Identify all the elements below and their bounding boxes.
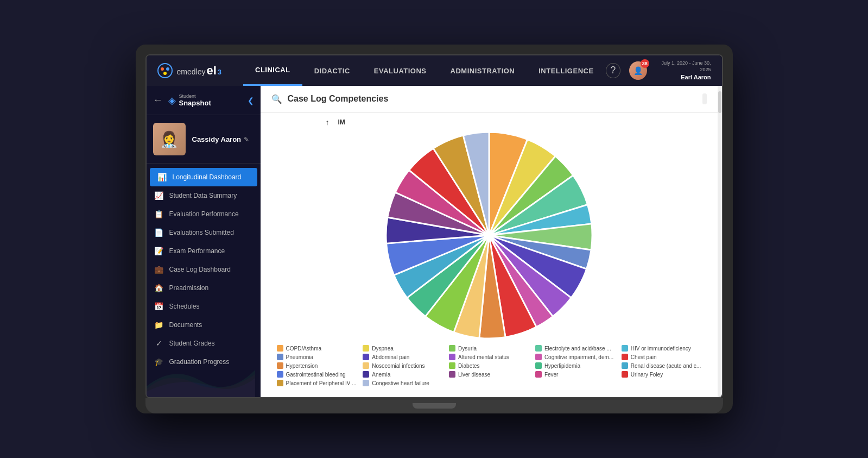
preadmission-icon: 🏠 — [154, 284, 164, 292]
legend-label: Dyspnea — [372, 346, 393, 352]
search-icon[interactable]: 🔍 — [271, 94, 282, 104]
legend-item: Nosocomial infections — [363, 362, 442, 369]
grades-icon: ✓ — [154, 339, 164, 348]
sidebar-item-documents[interactable]: 📁 Documents — [147, 316, 261, 334]
nav-administration[interactable]: ADMINISTRATION — [439, 55, 527, 86]
legend-color-box — [277, 380, 283, 386]
nav-links: CLINICAL DIDACTIC EVALUATIONS ADMINISTRA… — [243, 55, 606, 86]
legend-item: Renal disease (acute and c... — [622, 362, 701, 369]
legend-item: Electrolyte and acid/base ... — [535, 345, 615, 352]
legend-item: Pneumonia — [277, 354, 357, 360]
legend-color-box — [277, 354, 283, 360]
legend-color-box — [535, 354, 542, 360]
eval-perf-icon: 📋 — [154, 210, 164, 218]
nav-evaluations[interactable]: EVALUATIONS — [362, 55, 439, 86]
legend-label: Fever — [544, 372, 559, 378]
legend-label: Gastrointestinal bleeding — [286, 372, 346, 378]
legend-item: Chest pain — [622, 354, 701, 360]
svg-point-1 — [161, 67, 164, 71]
sidebar-collapse-button[interactable]: ❮ — [248, 96, 254, 105]
legend-label: Chest pain — [631, 354, 657, 360]
arrow-up-icon: ↑ — [326, 118, 330, 127]
snapshot-subtitle: Student — [179, 93, 211, 99]
legend-label: Hyperlipidemia — [544, 363, 580, 369]
sidebar-item-evals-submitted[interactable]: 📄 Evaluations Submitted — [147, 223, 261, 242]
legend-label: Abdominal pain — [372, 354, 409, 360]
legend-item: Fever — [535, 371, 615, 378]
legend-color-box — [535, 371, 542, 378]
legend-label: HIV or immunodeficiency — [631, 346, 691, 352]
legend-item: Diabetes — [449, 362, 529, 369]
pie-chart — [386, 132, 592, 338]
sidebar-item-grades[interactable]: ✓ Student Grades — [147, 334, 261, 353]
sidebar-item-label: Longitudinal Dashboard — [173, 173, 242, 181]
nav-intelligence[interactable]: INTELLIGENCE — [527, 55, 605, 86]
legend-color-box — [622, 354, 628, 360]
legend-label: Diabetes — [458, 363, 479, 369]
chart-label: IM — [338, 118, 345, 126]
legend-label: COPD/Asthma — [286, 346, 322, 352]
legend-color-box — [277, 345, 283, 352]
snapshot-icon: ◈ — [168, 95, 176, 106]
legend-color-box — [535, 345, 542, 352]
top-navigation: emedley eI3 CLINICAL DIDACTIC EVALUATION… — [147, 55, 722, 86]
sidebar-item-student-data[interactable]: 📈 Student Data Summary — [147, 186, 261, 205]
legend-item: Hyperlipidemia — [535, 362, 615, 369]
sidebar: ← ◈ Student Snapshot ❮ 👩‍⚕️ — [147, 86, 261, 397]
sidebar-item-preadmission[interactable]: 🏠 Preadmission — [147, 279, 261, 297]
svg-point-2 — [166, 67, 169, 71]
legend-label: Liver disease — [458, 372, 490, 378]
sidebar-item-case-log[interactable]: 💼 Case Log Dashboard — [147, 260, 261, 279]
legend-item: Cognitive impairment, dem... — [535, 354, 615, 360]
logo-icon — [157, 63, 173, 78]
legend-item: Gastrointestinal bleeding — [277, 371, 357, 378]
legend-label: Cognitive impairment, dem... — [544, 354, 613, 360]
user-full-name: Cassidy Aaron — [192, 135, 242, 143]
nav-didactic[interactable]: DIDACTIC — [302, 55, 362, 86]
help-button[interactable]: ? — [606, 63, 620, 78]
sidebar-header: ← ◈ Student Snapshot ❮ — [147, 86, 261, 115]
svg-point-0 — [158, 64, 172, 78]
legend-color-box — [449, 354, 455, 360]
legend-label: Altered mental status — [458, 354, 509, 360]
sidebar-item-label: Exam Performance — [169, 247, 225, 255]
nav-clinical[interactable]: CLINICAL — [243, 55, 302, 86]
back-button[interactable]: ← — [153, 95, 163, 106]
legend-color-box — [535, 362, 542, 369]
pie-svg — [386, 132, 592, 338]
sidebar-item-label: Student Grades — [169, 340, 215, 347]
legend-item: Liver disease — [449, 371, 529, 378]
main-content: 🔍 Case Log Competencies ↑ IM COPD/Asthma… — [261, 86, 718, 397]
right-scrollbar[interactable] — [718, 86, 722, 397]
edit-icon[interactable]: ✎ — [244, 136, 249, 143]
legend-color-box — [363, 380, 369, 386]
legend-color-box — [277, 362, 283, 369]
user-info: July 1, 2020 - June 30, 2025 Earl Aaron — [651, 60, 711, 82]
sidebar-item-label: Evaluations Submitted — [169, 229, 234, 236]
sidebar-item-graduation[interactable]: 🎓 Graduation Progress — [147, 353, 261, 371]
sidebar-item-schedules[interactable]: 📅 Schedules — [147, 297, 261, 316]
legend-color-box — [277, 371, 283, 378]
sidebar-item-label: Evaluation Performance — [169, 210, 239, 218]
sidebar-item-longitudinal[interactable]: 📊 Longitudinal Dashboard — [150, 168, 257, 186]
exam-perf-icon: 📝 — [154, 247, 164, 255]
legend-label: Anemia — [372, 372, 390, 378]
sidebar-item-eval-performance[interactable]: 📋 Evaluation Performance — [147, 205, 261, 223]
legend-label: Renal disease (acute and c... — [631, 363, 701, 369]
legend-item: Abdominal pain — [363, 354, 442, 360]
user-area: 👤 38 July 1, 2020 - June 30, 2025 Earl A… — [629, 60, 711, 82]
legend-item: Congestive heart failure — [363, 380, 442, 386]
sidebar-navigation: 📊 Longitudinal Dashboard 📈 Student Data … — [147, 164, 261, 397]
sidebar-item-label: Case Log Dashboard — [169, 266, 231, 273]
legend-label: Hypertension — [286, 363, 318, 369]
content-header: 🔍 Case Log Competencies — [261, 86, 718, 112]
legend-color-box — [622, 362, 628, 369]
legend-color-box — [622, 345, 628, 352]
schedules-icon: 📅 — [154, 302, 164, 311]
logo-text: emedley eI3 — [177, 64, 222, 78]
legend-label: Urinary Foley — [631, 372, 663, 378]
sidebar-item-label: Documents — [169, 321, 202, 329]
legend-color-box — [622, 371, 628, 378]
sidebar-item-exam-perf[interactable]: 📝 Exam Performance — [147, 242, 261, 260]
legend-item: Hypertension — [277, 362, 357, 369]
